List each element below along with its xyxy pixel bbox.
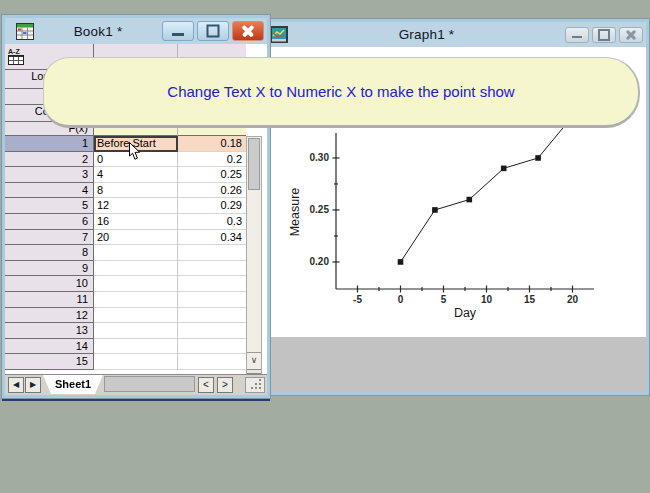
cell-col-a[interactable]: 16 xyxy=(94,214,178,230)
cell-col-b[interactable]: 0.29 xyxy=(178,198,246,214)
cell-col-b[interactable] xyxy=(178,245,246,261)
minimize-icon xyxy=(172,33,184,36)
table-row: 11 xyxy=(5,292,246,308)
cell-col-a[interactable] xyxy=(94,292,178,308)
table-row: 15 xyxy=(5,354,246,370)
row-header[interactable]: 9 xyxy=(5,261,94,277)
table-row: 8 xyxy=(5,245,246,261)
row-header[interactable]: 5 xyxy=(5,198,94,214)
table-row: 7200.34 xyxy=(5,230,246,246)
x-tick-label: -5 xyxy=(353,294,362,305)
cell-col-a[interactable]: 12 xyxy=(94,198,178,214)
data-point-marker xyxy=(432,207,438,213)
cell-col-a[interactable] xyxy=(94,354,178,370)
resize-grip[interactable] xyxy=(245,377,265,393)
graph1-close-button[interactable] xyxy=(619,27,643,43)
cell-col-b[interactable] xyxy=(178,276,246,292)
cell-col-a[interactable]: 20 xyxy=(94,230,178,246)
row-header[interactable]: 2 xyxy=(5,152,94,168)
cell-col-b[interactable] xyxy=(178,323,246,339)
table-row: 12 xyxy=(5,308,246,324)
cell-col-a[interactable] xyxy=(94,261,178,277)
row-header[interactable]: 14 xyxy=(5,339,94,355)
cell-col-a[interactable] xyxy=(94,245,178,261)
x-tick-label: 20 xyxy=(567,294,579,305)
cell-col-b[interactable]: 0.34 xyxy=(178,230,246,246)
row-header[interactable]: 13 xyxy=(5,323,94,339)
cell-col-b[interactable]: 0.3 xyxy=(178,214,246,230)
tooltip-callout: Change Text X to Numeric X to make the p… xyxy=(43,57,640,128)
book1-close-button[interactable] xyxy=(232,21,264,41)
mouse-cursor xyxy=(128,142,141,165)
chevron-down-icon: ∨ xyxy=(251,355,258,365)
scrollbar-thumb[interactable] xyxy=(248,138,260,190)
table-row: 480.26 xyxy=(5,183,246,199)
cell-col-b[interactable] xyxy=(178,261,246,277)
row-header[interactable]: 8 xyxy=(5,245,94,261)
x-tick-label: 15 xyxy=(524,294,536,305)
cell-col-b[interactable] xyxy=(178,292,246,308)
graph1-title: Graph1 * xyxy=(288,27,565,42)
scroll-down-button[interactable]: ∨ xyxy=(247,352,261,368)
worksheet-grid-icon xyxy=(16,23,34,40)
cell-col-b[interactable] xyxy=(178,308,246,324)
tab-strip-filler xyxy=(104,376,195,392)
row-header[interactable]: 12 xyxy=(5,308,94,324)
cell-col-b[interactable] xyxy=(178,339,246,355)
book1-titlebar[interactable]: Book1 * xyxy=(5,18,267,44)
data-series-line xyxy=(401,116,573,262)
cell-col-b[interactable]: 0.25 xyxy=(178,167,246,183)
table-row: 14 xyxy=(5,339,246,355)
sheet-tab-bar: ◀ ▶ Sheet1 < > xyxy=(5,374,267,395)
y-tick-label: 0.20 xyxy=(310,256,330,267)
next-sheet-button[interactable]: ▶ xyxy=(25,377,41,393)
graph1-titlebar[interactable]: Graph1 * xyxy=(259,22,646,47)
cell-col-a[interactable]: 8 xyxy=(94,183,178,199)
book1-title: Book1 * xyxy=(34,24,162,39)
row-header[interactable]: 3 xyxy=(5,167,94,183)
arrow-left-icon: ◀ xyxy=(13,380,19,389)
cell-col-a[interactable] xyxy=(94,339,178,355)
cell-col-b[interactable]: 0.18 xyxy=(178,136,246,152)
cell-col-a[interactable] xyxy=(94,308,178,324)
book1-maximize-button[interactable] xyxy=(197,21,229,41)
row-header[interactable]: 15 xyxy=(5,354,94,370)
scroll-tabs-left-button[interactable]: < xyxy=(198,377,214,393)
chevron-right-icon: > xyxy=(222,379,228,390)
maximize-icon xyxy=(598,29,610,41)
cell-col-a[interactable] xyxy=(94,323,178,339)
book1-minimize-button[interactable] xyxy=(162,21,194,41)
row-header[interactable]: 6 xyxy=(5,214,94,230)
tooltip-text: Change Text X to Numeric X to make the p… xyxy=(167,83,514,100)
graph-margin-area xyxy=(259,337,646,392)
data-point-marker xyxy=(535,155,541,161)
worksheet-data-rows: 1Before Start0.18200.2340.25480.265120.2… xyxy=(5,136,246,375)
row-header[interactable]: 4 xyxy=(5,183,94,199)
y-tick-label: 0.30 xyxy=(310,152,330,163)
cell-col-a[interactable] xyxy=(94,276,178,292)
y-axis-label: Measure xyxy=(288,188,302,237)
arrow-right-icon: ▶ xyxy=(30,380,36,389)
first-sheet-button[interactable]: ◀ xyxy=(8,377,24,393)
vertical-scrollbar[interactable]: ∨ xyxy=(246,136,262,375)
x-tick-label: 10 xyxy=(481,294,493,305)
graph1-maximize-button[interactable] xyxy=(592,27,616,43)
cell-col-b[interactable] xyxy=(178,354,246,370)
cell-col-b[interactable]: 0.26 xyxy=(178,183,246,199)
row-header[interactable]: 7 xyxy=(5,230,94,246)
tab-sheet1[interactable]: Sheet1 xyxy=(43,375,103,394)
table-row: 340.25 xyxy=(5,167,246,183)
data-point-marker xyxy=(398,259,404,265)
cell-col-a[interactable]: 4 xyxy=(94,167,178,183)
row-header[interactable]: 11 xyxy=(5,292,94,308)
cell-col-b[interactable]: 0.2 xyxy=(178,152,246,168)
row-header[interactable]: 10 xyxy=(5,276,94,292)
scroll-tabs-right-button[interactable]: > xyxy=(217,377,233,393)
table-row: 5120.29 xyxy=(5,198,246,214)
row-header[interactable]: 1 xyxy=(5,136,94,152)
graph1-minimize-button[interactable] xyxy=(565,27,589,43)
table-row: 13 xyxy=(5,323,246,339)
data-point-marker xyxy=(467,197,473,203)
chevron-left-icon: < xyxy=(203,379,209,390)
table-row: 10 xyxy=(5,276,246,292)
